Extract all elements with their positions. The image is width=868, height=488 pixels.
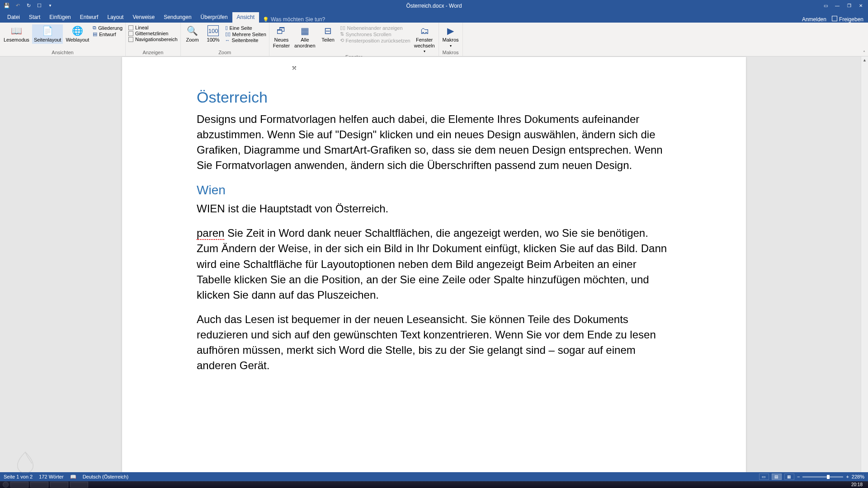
vertical-scrollbar[interactable]: ▲ ▼: [861, 56, 868, 479]
paragraph[interactable]: WIEN ist die Hauptstadt von Österreich.: [197, 201, 671, 216]
taskbar-item[interactable]: [10, 482, 28, 488]
draft-icon: ▤: [93, 31, 97, 37]
maximize-icon[interactable]: ❐: [844, 1, 854, 10]
group-label: Zoom: [183, 50, 267, 56]
share-button[interactable]: Freigeben: [832, 16, 863, 23]
collapse-ribbon-icon[interactable]: ˄: [863, 50, 865, 55]
minimize-icon[interactable]: —: [832, 1, 843, 10]
seitenlayout-button[interactable]: 📄Seitenlayout: [32, 24, 63, 44]
quick-access-toolbar: 💾 ↶ ↻ ☐ ▼: [0, 2, 54, 10]
sign-in-link[interactable]: Anmelden: [802, 16, 826, 23]
makros-button[interactable]: ▶Makros▾: [441, 24, 461, 49]
mehrere-seiten-button[interactable]: ▯▯Mehrere Seiten: [225, 31, 266, 37]
group-ansichten: 📖Lesemodus 📄Seitenlayout 🌐Weblayout ⧉Gli…: [0, 23, 126, 56]
zoom-level[interactable]: 228%: [852, 474, 864, 479]
share-icon: [832, 16, 837, 21]
taskbar-item[interactable]: [70, 482, 88, 488]
document-area[interactable]: ⤱ Österreich Designs und Formatvorlagen …: [0, 56, 868, 479]
word-count[interactable]: 172 Wörter: [39, 474, 63, 479]
tab-datei[interactable]: Datei: [3, 12, 24, 23]
nebeneinander-button: ▯▯Nebeneinander anzeigen: [340, 25, 410, 31]
status-bar: Seite 1 von 2 172 Wörter 📖 Deutsch (Öste…: [0, 472, 868, 481]
print-layout-icon: 📄: [42, 25, 53, 36]
fensterposition-button: ⟲Fensterposition zurücksetzen: [340, 38, 410, 43]
seitenbreite-button[interactable]: ↔Seitenbreite: [225, 38, 266, 43]
tell-me-placeholder: Was möchten Sie tun?: [271, 16, 325, 23]
save-icon[interactable]: 💾: [3, 2, 11, 10]
start-button[interactable]: [3, 482, 9, 488]
group-zoom: 🔍Zoom 100100% ▯Eine Seite ▯▯Mehrere Seit…: [181, 23, 269, 56]
title-bar: 💾 ↶ ↻ ☐ ▼ Österreich.docx - Word ▭ — ❐ ✕: [0, 0, 868, 11]
tell-me-search[interactable]: 💡 Was möchten Sie tun?: [259, 16, 329, 23]
tab-verweise[interactable]: Verweise: [128, 12, 159, 23]
macros-icon: ▶: [447, 25, 454, 36]
eine-seite-button[interactable]: ▯Eine Seite: [225, 25, 266, 31]
taskbar-item[interactable]: [30, 482, 48, 488]
zoom-button[interactable]: 🔍Zoom: [183, 24, 203, 44]
group-label: Ansichten: [2, 50, 123, 56]
read-mode-view-icon[interactable]: ▭: [759, 474, 769, 480]
web-layout-icon: 🌐: [72, 25, 83, 36]
navigation-checkbox[interactable]: Navigationsbereich: [128, 37, 178, 42]
zoom-out-icon[interactable]: −: [797, 474, 800, 479]
web-layout-view-icon[interactable]: ▦: [784, 474, 794, 480]
spelling-error[interactable]: paren: [197, 227, 224, 240]
touch-mode-icon[interactable]: ☐: [35, 2, 43, 10]
undo-icon[interactable]: ↶: [14, 2, 22, 10]
language-indicator[interactable]: Deutsch (Österreich): [83, 474, 128, 479]
heading-1[interactable]: Österreich: [197, 89, 671, 106]
chevron-down-icon: ▾: [424, 49, 425, 53]
paragraph[interactable]: paren Sie Zeit in Word dank neuer Schalt…: [197, 225, 671, 302]
reset-pos-icon: ⟲: [340, 38, 344, 43]
paragraph[interactable]: Auch das Lesen ist bequemer in der neuen…: [197, 312, 671, 373]
page-indicator[interactable]: Seite 1 von 2: [4, 474, 33, 479]
page-width-icon: ↔: [225, 38, 230, 43]
group-fenster: 🗗Neues Fenster ▦Alle anordnen ⊟Teilen ▯▯…: [269, 23, 439, 56]
group-label: Anzeigen: [127, 50, 179, 56]
taskbar-item[interactable]: [50, 482, 68, 488]
entwurf-button[interactable]: ▤Entwurf: [93, 31, 123, 37]
close-icon[interactable]: ✕: [855, 1, 866, 10]
tab-start[interactable]: Start: [24, 12, 45, 23]
magnifier-icon: 🔍: [187, 25, 198, 36]
lesemodus-button[interactable]: 📖Lesemodus: [2, 24, 31, 44]
lineal-checkbox[interactable]: Lineal: [128, 25, 178, 30]
print-layout-view-icon[interactable]: ▤: [772, 474, 782, 480]
weblayout-button[interactable]: 🌐Weblayout: [64, 24, 91, 44]
tab-einfuegen[interactable]: Einfügen: [45, 12, 75, 23]
multi-page-icon: ▯▯: [225, 31, 231, 37]
zoom-in-icon[interactable]: +: [846, 474, 849, 479]
group-anzeigen: Lineal Gitternetzlinien Navigationsberei…: [126, 23, 181, 56]
document-page[interactable]: ⤱ Österreich Designs und Formatvorlagen …: [122, 57, 746, 479]
zoom-slider[interactable]: [802, 476, 843, 478]
cursor-icon: ⤱: [292, 64, 297, 71]
scroll-up-icon[interactable]: ▲: [861, 56, 868, 64]
alle-anordnen-button[interactable]: ▦Alle anordnen: [292, 24, 317, 49]
group-label: Makros: [441, 50, 461, 56]
neues-fenster-button[interactable]: 🗗Neues Fenster: [271, 24, 292, 49]
outline-icon: ⧉: [93, 25, 96, 31]
fenster-wechseln-button[interactable]: 🗂Fenster wechseln▾: [412, 24, 437, 54]
system-clock[interactable]: 20:18: [851, 482, 865, 487]
tab-layout[interactable]: Layout: [103, 12, 128, 23]
redo-icon[interactable]: ↻: [24, 2, 33, 10]
synchron-scrollen-button: ⇅Synchrones Scrollen: [340, 31, 410, 37]
zoom-100-button[interactable]: 100100%: [203, 24, 223, 44]
tab-ansicht[interactable]: Ansicht: [232, 12, 259, 23]
proofing-icon[interactable]: 📖: [70, 474, 76, 480]
paragraph[interactable]: Designs und Formatvorlagen helfen auch d…: [197, 112, 671, 173]
qat-dropdown-icon[interactable]: ▼: [46, 2, 54, 10]
gitternetz-checkbox[interactable]: Gitternetzlinien: [128, 31, 178, 36]
heading-2[interactable]: Wien: [197, 183, 671, 197]
zoom-thumb[interactable]: [827, 475, 830, 479]
tab-ueberpruefen[interactable]: Überprüfen: [196, 12, 232, 23]
teilen-button[interactable]: ⊟Teilen: [318, 24, 338, 44]
split-icon: ⊟: [324, 25, 332, 36]
ribbon-display-icon[interactable]: ▭: [820, 1, 831, 10]
tab-entwurf[interactable]: Entwurf: [75, 12, 103, 23]
tab-sendungen[interactable]: Sendungen: [159, 12, 196, 23]
gliederung-button[interactable]: ⧉Gliederung: [93, 25, 123, 31]
group-makros: ▶Makros▾ Makros: [439, 23, 463, 56]
chevron-down-icon: ▾: [450, 44, 452, 48]
read-mode-icon: 📖: [11, 25, 22, 36]
